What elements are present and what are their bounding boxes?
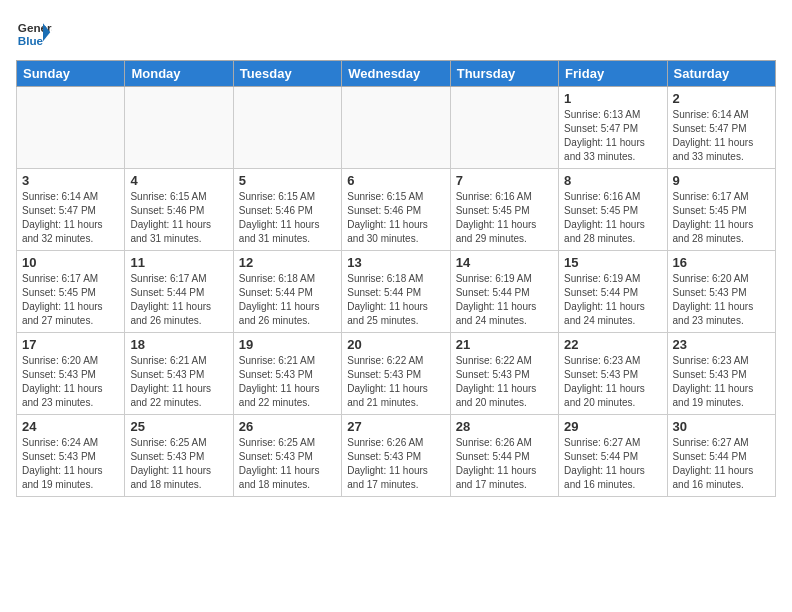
day-number: 10 — [22, 255, 119, 270]
day-info: Sunrise: 6:20 AM Sunset: 5:43 PM Dayligh… — [673, 272, 770, 328]
day-info: Sunrise: 6:14 AM Sunset: 5:47 PM Dayligh… — [673, 108, 770, 164]
calendar-cell: 6Sunrise: 6:15 AM Sunset: 5:46 PM Daylig… — [342, 169, 450, 251]
day-number: 30 — [673, 419, 770, 434]
calendar-cell: 25Sunrise: 6:25 AM Sunset: 5:43 PM Dayli… — [125, 415, 233, 497]
calendar-cell: 24Sunrise: 6:24 AM Sunset: 5:43 PM Dayli… — [17, 415, 125, 497]
day-number: 20 — [347, 337, 444, 352]
calendar-cell: 3Sunrise: 6:14 AM Sunset: 5:47 PM Daylig… — [17, 169, 125, 251]
calendar-cell: 16Sunrise: 6:20 AM Sunset: 5:43 PM Dayli… — [667, 251, 775, 333]
day-info: Sunrise: 6:16 AM Sunset: 5:45 PM Dayligh… — [456, 190, 553, 246]
svg-text:Blue: Blue — [18, 34, 44, 47]
day-number: 4 — [130, 173, 227, 188]
weekday-header: Wednesday — [342, 61, 450, 87]
day-info: Sunrise: 6:18 AM Sunset: 5:44 PM Dayligh… — [239, 272, 336, 328]
day-number: 15 — [564, 255, 661, 270]
day-info: Sunrise: 6:21 AM Sunset: 5:43 PM Dayligh… — [130, 354, 227, 410]
day-info: Sunrise: 6:25 AM Sunset: 5:43 PM Dayligh… — [130, 436, 227, 492]
calendar-cell: 18Sunrise: 6:21 AM Sunset: 5:43 PM Dayli… — [125, 333, 233, 415]
day-number: 28 — [456, 419, 553, 434]
calendar-cell — [125, 87, 233, 169]
day-number: 1 — [564, 91, 661, 106]
day-info: Sunrise: 6:23 AM Sunset: 5:43 PM Dayligh… — [673, 354, 770, 410]
calendar-cell — [342, 87, 450, 169]
day-info: Sunrise: 6:25 AM Sunset: 5:43 PM Dayligh… — [239, 436, 336, 492]
calendar-week-row: 10Sunrise: 6:17 AM Sunset: 5:45 PM Dayli… — [17, 251, 776, 333]
calendar-cell: 17Sunrise: 6:20 AM Sunset: 5:43 PM Dayli… — [17, 333, 125, 415]
logo: General Blue — [16, 16, 52, 52]
day-number: 18 — [130, 337, 227, 352]
calendar-cell: 29Sunrise: 6:27 AM Sunset: 5:44 PM Dayli… — [559, 415, 667, 497]
day-number: 3 — [22, 173, 119, 188]
day-number: 24 — [22, 419, 119, 434]
day-number: 13 — [347, 255, 444, 270]
calendar-cell: 23Sunrise: 6:23 AM Sunset: 5:43 PM Dayli… — [667, 333, 775, 415]
day-info: Sunrise: 6:15 AM Sunset: 5:46 PM Dayligh… — [347, 190, 444, 246]
calendar-cell: 11Sunrise: 6:17 AM Sunset: 5:44 PM Dayli… — [125, 251, 233, 333]
calendar-cell: 19Sunrise: 6:21 AM Sunset: 5:43 PM Dayli… — [233, 333, 341, 415]
day-info: Sunrise: 6:13 AM Sunset: 5:47 PM Dayligh… — [564, 108, 661, 164]
day-number: 6 — [347, 173, 444, 188]
day-number: 17 — [22, 337, 119, 352]
weekday-header: Monday — [125, 61, 233, 87]
day-number: 19 — [239, 337, 336, 352]
weekday-header: Thursday — [450, 61, 558, 87]
day-info: Sunrise: 6:15 AM Sunset: 5:46 PM Dayligh… — [130, 190, 227, 246]
calendar-week-row: 3Sunrise: 6:14 AM Sunset: 5:47 PM Daylig… — [17, 169, 776, 251]
calendar-table: SundayMondayTuesdayWednesdayThursdayFrid… — [16, 60, 776, 497]
weekday-header: Saturday — [667, 61, 775, 87]
calendar-cell: 13Sunrise: 6:18 AM Sunset: 5:44 PM Dayli… — [342, 251, 450, 333]
day-info: Sunrise: 6:15 AM Sunset: 5:46 PM Dayligh… — [239, 190, 336, 246]
day-info: Sunrise: 6:14 AM Sunset: 5:47 PM Dayligh… — [22, 190, 119, 246]
page-header: General Blue — [16, 16, 776, 52]
day-number: 22 — [564, 337, 661, 352]
day-number: 14 — [456, 255, 553, 270]
weekday-header: Tuesday — [233, 61, 341, 87]
calendar-cell: 22Sunrise: 6:23 AM Sunset: 5:43 PM Dayli… — [559, 333, 667, 415]
day-info: Sunrise: 6:22 AM Sunset: 5:43 PM Dayligh… — [347, 354, 444, 410]
day-info: Sunrise: 6:24 AM Sunset: 5:43 PM Dayligh… — [22, 436, 119, 492]
day-number: 2 — [673, 91, 770, 106]
calendar-cell — [450, 87, 558, 169]
day-info: Sunrise: 6:27 AM Sunset: 5:44 PM Dayligh… — [673, 436, 770, 492]
day-info: Sunrise: 6:16 AM Sunset: 5:45 PM Dayligh… — [564, 190, 661, 246]
day-number: 26 — [239, 419, 336, 434]
calendar-cell: 12Sunrise: 6:18 AM Sunset: 5:44 PM Dayli… — [233, 251, 341, 333]
calendar-cell: 4Sunrise: 6:15 AM Sunset: 5:46 PM Daylig… — [125, 169, 233, 251]
day-number: 8 — [564, 173, 661, 188]
day-info: Sunrise: 6:26 AM Sunset: 5:44 PM Dayligh… — [456, 436, 553, 492]
calendar-cell: 20Sunrise: 6:22 AM Sunset: 5:43 PM Dayli… — [342, 333, 450, 415]
day-info: Sunrise: 6:26 AM Sunset: 5:43 PM Dayligh… — [347, 436, 444, 492]
day-info: Sunrise: 6:19 AM Sunset: 5:44 PM Dayligh… — [456, 272, 553, 328]
day-number: 7 — [456, 173, 553, 188]
calendar-cell: 5Sunrise: 6:15 AM Sunset: 5:46 PM Daylig… — [233, 169, 341, 251]
calendar-cell: 28Sunrise: 6:26 AM Sunset: 5:44 PM Dayli… — [450, 415, 558, 497]
day-number: 16 — [673, 255, 770, 270]
calendar-cell — [233, 87, 341, 169]
day-number: 5 — [239, 173, 336, 188]
day-info: Sunrise: 6:27 AM Sunset: 5:44 PM Dayligh… — [564, 436, 661, 492]
calendar-cell: 15Sunrise: 6:19 AM Sunset: 5:44 PM Dayli… — [559, 251, 667, 333]
day-info: Sunrise: 6:17 AM Sunset: 5:45 PM Dayligh… — [22, 272, 119, 328]
day-info: Sunrise: 6:23 AM Sunset: 5:43 PM Dayligh… — [564, 354, 661, 410]
calendar-cell: 1Sunrise: 6:13 AM Sunset: 5:47 PM Daylig… — [559, 87, 667, 169]
weekday-header: Friday — [559, 61, 667, 87]
day-number: 25 — [130, 419, 227, 434]
logo-icon: General Blue — [16, 16, 52, 52]
calendar-week-row: 24Sunrise: 6:24 AM Sunset: 5:43 PM Dayli… — [17, 415, 776, 497]
day-info: Sunrise: 6:20 AM Sunset: 5:43 PM Dayligh… — [22, 354, 119, 410]
calendar-cell: 30Sunrise: 6:27 AM Sunset: 5:44 PM Dayli… — [667, 415, 775, 497]
calendar-week-row: 1Sunrise: 6:13 AM Sunset: 5:47 PM Daylig… — [17, 87, 776, 169]
calendar-cell: 2Sunrise: 6:14 AM Sunset: 5:47 PM Daylig… — [667, 87, 775, 169]
calendar-cell: 27Sunrise: 6:26 AM Sunset: 5:43 PM Dayli… — [342, 415, 450, 497]
weekday-header: Sunday — [17, 61, 125, 87]
calendar-cell: 8Sunrise: 6:16 AM Sunset: 5:45 PM Daylig… — [559, 169, 667, 251]
day-number: 29 — [564, 419, 661, 434]
day-number: 11 — [130, 255, 227, 270]
day-number: 9 — [673, 173, 770, 188]
calendar-cell: 9Sunrise: 6:17 AM Sunset: 5:45 PM Daylig… — [667, 169, 775, 251]
calendar-cell: 7Sunrise: 6:16 AM Sunset: 5:45 PM Daylig… — [450, 169, 558, 251]
calendar-cell: 21Sunrise: 6:22 AM Sunset: 5:43 PM Dayli… — [450, 333, 558, 415]
day-number: 12 — [239, 255, 336, 270]
day-info: Sunrise: 6:21 AM Sunset: 5:43 PM Dayligh… — [239, 354, 336, 410]
calendar-cell: 14Sunrise: 6:19 AM Sunset: 5:44 PM Dayli… — [450, 251, 558, 333]
